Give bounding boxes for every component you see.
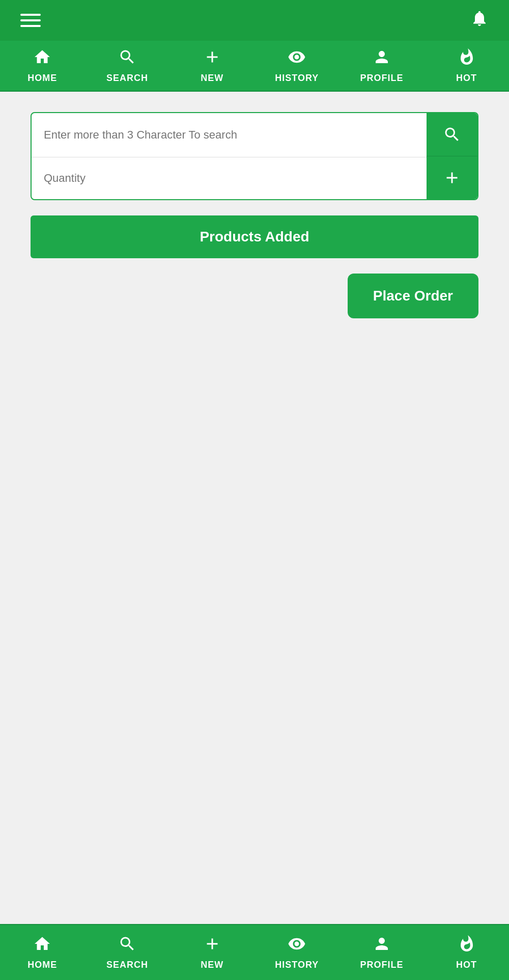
nav-item-new[interactable]: NEW — [182, 48, 243, 84]
bottom-fire-icon — [458, 935, 476, 957]
bottom-nav-item-search[interactable]: SEARCH — [97, 935, 158, 970]
place-order-container: Place Order — [31, 274, 478, 318]
top-bar — [0, 0, 509, 41]
bottom-nav-label-profile: PROFILE — [360, 960, 403, 970]
add-button[interactable] — [427, 156, 477, 199]
search-inputs — [32, 113, 427, 199]
nav-label-profile: PROFILE — [360, 73, 403, 84]
bottom-nav-item-hot[interactable]: HOT — [436, 935, 497, 970]
nav-label-home: HOME — [27, 73, 57, 84]
fire-icon — [458, 48, 476, 70]
main-content: Products Added Place Order — [0, 92, 509, 924]
bottom-eye-icon — [288, 935, 306, 957]
nav-item-profile[interactable]: PROFILE — [351, 48, 412, 84]
bottom-navigation: HOME SEARCH NEW HISTORY PROFILE HOT — [0, 924, 509, 980]
bottom-search-icon — [118, 935, 136, 957]
nav-label-new: NEW — [201, 73, 223, 84]
bottom-nav-label-home: HOME — [27, 960, 57, 970]
eye-icon — [288, 48, 306, 70]
bottom-nav-label-history: HISTORY — [275, 960, 319, 970]
notifications-icon[interactable] — [470, 9, 489, 32]
search-icon — [118, 48, 136, 70]
nav-item-history[interactable]: HISTORY — [266, 48, 327, 84]
search-input[interactable] — [32, 113, 427, 157]
bottom-plus-icon — [203, 935, 221, 957]
nav-item-hot[interactable]: HOT — [436, 48, 497, 84]
bottom-nav-label-hot: HOT — [456, 960, 477, 970]
nav-label-search: SEARCH — [106, 73, 148, 84]
bottom-home-icon — [33, 935, 51, 957]
nav-item-search[interactable]: SEARCH — [97, 48, 158, 84]
menu-button[interactable] — [20, 14, 41, 27]
quantity-input[interactable] — [32, 157, 427, 199]
nav-label-hot: HOT — [456, 73, 477, 84]
bottom-nav-label-new: NEW — [201, 960, 223, 970]
plus-icon — [203, 48, 221, 70]
place-order-button[interactable]: Place Order — [348, 274, 478, 318]
bottom-nav-item-new[interactable]: NEW — [182, 935, 243, 970]
search-actions — [427, 113, 477, 199]
nav-label-history: HISTORY — [275, 73, 319, 84]
bottom-nav-label-search: SEARCH — [106, 960, 148, 970]
nav-item-home[interactable]: HOME — [12, 48, 73, 84]
bottom-person-icon — [373, 935, 391, 957]
home-icon — [33, 48, 51, 70]
search-button[interactable] — [427, 113, 477, 156]
top-navigation: HOME SEARCH NEW HISTORY PROFILE HOT — [0, 41, 509, 92]
products-added-button[interactable]: Products Added — [31, 215, 478, 258]
bottom-nav-item-history[interactable]: HISTORY — [266, 935, 327, 970]
bottom-nav-item-home[interactable]: HOME — [12, 935, 73, 970]
person-icon — [373, 48, 391, 70]
bottom-nav-item-profile[interactable]: PROFILE — [351, 935, 412, 970]
search-box — [31, 112, 478, 200]
